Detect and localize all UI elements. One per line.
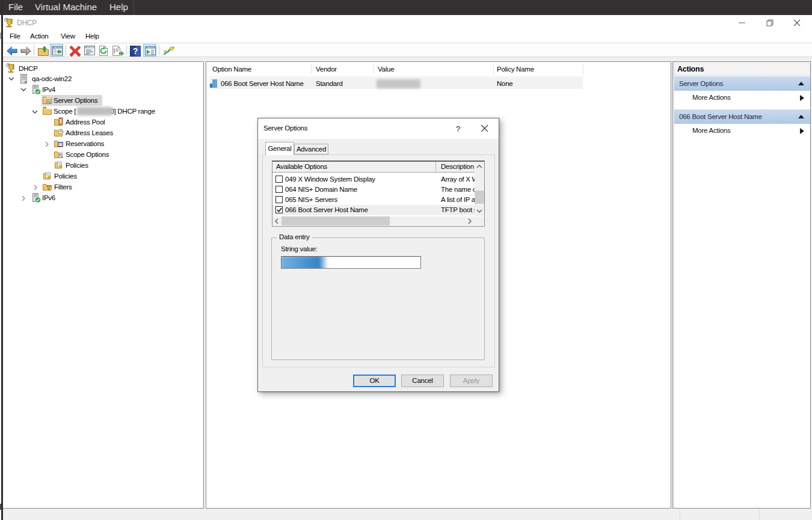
- svg-text:?: ?: [133, 46, 138, 56]
